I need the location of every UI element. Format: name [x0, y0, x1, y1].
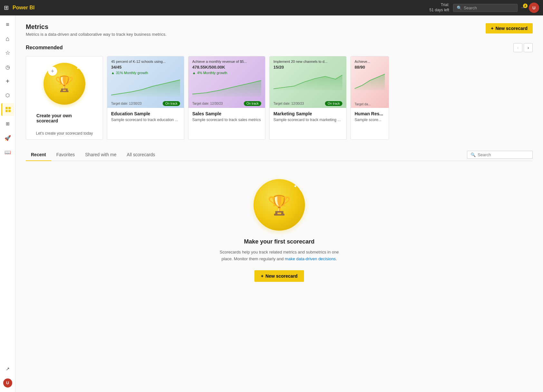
tab-all[interactable]: All scorecards — [122, 149, 160, 161]
tab-search-icon: 🔍 — [471, 152, 476, 157]
plus-icon-lg: + — [261, 273, 263, 279]
empty-state-new-scorecard-button[interactable]: + New scorecard — [254, 270, 304, 282]
marketing-status-badge: On track — [325, 101, 342, 106]
sales-preview: Achieve a monthly revenue of $5... 478.5… — [188, 56, 265, 108]
sidebar-item-home[interactable]: ⌂ — [1, 32, 14, 45]
recommended-title: Recommended — [26, 45, 63, 51]
sidebar-item-apps[interactable]: ⊞ — [1, 117, 14, 130]
education-status-badge: On track — [163, 101, 180, 106]
hr-scorecard-card[interactable]: Achieve... 88/90 — [350, 56, 389, 140]
hr-preview-text: Achieve... — [355, 60, 385, 63]
search-input[interactable] — [464, 5, 514, 10]
scorecards-grid: + ✦ ✦ 🏆 Create your own scorecard Let's … — [26, 56, 533, 140]
plus-circle-icon: + — [48, 67, 57, 76]
tab-favorites[interactable]: Favorites — [51, 149, 80, 161]
sparkle-med-icon-1: ✦ — [293, 184, 297, 189]
grid-icon[interactable]: ⊞ — [4, 4, 9, 11]
tab-search-wrap: 🔍 — [467, 151, 533, 159]
marketing-card-title: Marketing Sample — [270, 108, 346, 118]
hr-card-title: Human Res... — [351, 108, 389, 118]
empty-state-description: Scorecards help you track related metric… — [220, 249, 339, 263]
trophy-circle-medium: ✦ ✦ 🏆 — [253, 179, 305, 231]
sales-chart — [192, 77, 261, 97]
topbar: ⊞ Power BI Trial: 51 days left 🔍 ··· 2 U — [0, 0, 543, 15]
create-scorecard-card[interactable]: + ✦ ✦ 🏆 Create your own scorecard Let's … — [26, 56, 103, 140]
tab-search-input[interactable] — [478, 152, 529, 157]
sidebar-item-account[interactable]: U — [1, 377, 14, 389]
sidebar-item-favorites[interactable]: ☆ — [1, 46, 14, 59]
svg-rect-0 — [5, 107, 8, 109]
new-scorecard-button[interactable]: + New scorecard — [486, 23, 533, 33]
hr-preview-footer: Target da... — [351, 100, 389, 108]
sales-scorecard-card[interactable]: Achieve a monthly revenue of $5... 478.5… — [188, 56, 265, 140]
education-scorecard-card[interactable]: 45 percent of K-12 schools using... 34/4… — [107, 56, 184, 140]
marketing-preview: Implement 20 new channels to d... 15/20 — [270, 56, 346, 108]
search-bar[interactable]: 🔍 — [453, 4, 518, 12]
sidebar-item-workbook[interactable]: 📖 — [1, 146, 14, 158]
app-logo: Power BI — [13, 5, 34, 11]
sparkle-icon-2: ✦ — [81, 70, 83, 73]
empty-state: ✦ ✦ 🏆 Make your first scorecard Scorecar… — [26, 169, 533, 292]
tab-search-bar[interactable]: 🔍 — [467, 151, 533, 159]
hr-preview: Achieve... 88/90 — [351, 56, 389, 108]
sidebar-item-metrics[interactable] — [1, 103, 14, 116]
trophy-icon-med: 🏆 — [267, 194, 291, 216]
education-growth: ▲ 31% Monthly growth — [111, 71, 180, 75]
marketing-scorecard-card[interactable]: Implement 20 new channels to d... 15/20 — [269, 56, 347, 140]
sales-growth: ▲ 4% Monthly growth — [192, 71, 261, 75]
sales-counter: 478.55K/500.00K — [192, 65, 261, 70]
sidebar-item-create[interactable]: + — [1, 75, 14, 88]
trial-info: Trial: 51 days left — [429, 3, 449, 13]
content-area: Metrics Metrics is a data-driven and col… — [15, 15, 543, 392]
hr-preview-content: Achieve... 88/90 — [351, 56, 389, 95]
marketing-preview-text: Implement 20 new channels to d... — [273, 60, 342, 63]
hr-chart — [355, 71, 385, 90]
sidebar-item-menu[interactable]: ≡ — [1, 18, 14, 31]
metrics-icon — [5, 106, 11, 113]
sidebar-item-datahub[interactable]: ⬡ — [1, 89, 14, 102]
search-icon: 🔍 — [457, 5, 462, 10]
topbar-icons: ··· 2 U — [521, 3, 539, 13]
metrics-title-block: Metrics Metrics is a data-driven and col… — [26, 23, 167, 37]
notification-badge: 2 — [523, 4, 528, 8]
sidebar-item-external[interactable]: ↗ — [1, 362, 14, 375]
education-counter: 34/45 — [111, 65, 180, 70]
nav-arrows: ‹ › — [513, 43, 533, 52]
sales-card-subtitle: Sample scorecard to track sales metrics — [188, 118, 265, 126]
create-card-content: + ✦ ✦ 🏆 Create your own scorecard — [26, 56, 103, 131]
page-subtitle: Metrics is a data-driven and collaborati… — [26, 32, 167, 37]
trophy-circle: + ✦ ✦ 🏆 — [43, 63, 85, 105]
tab-recent[interactable]: Recent — [26, 149, 51, 161]
education-chart — [111, 77, 180, 97]
education-card-subtitle: Sample scorecard to track education ... — [107, 118, 184, 126]
hr-counter: 88/90 — [355, 65, 385, 70]
svg-rect-2 — [5, 110, 8, 112]
sidebar-item-learn[interactable]: 🚀 — [1, 131, 14, 144]
growth-arrow-icon: ▲ — [192, 71, 196, 75]
create-card-title: Create your own scorecard — [33, 110, 96, 125]
make-data-link[interactable]: make data-driven decisions — [285, 256, 336, 261]
sales-card-title: Sales Sample — [188, 108, 265, 118]
education-preview-footer: Target date: 12/30/23 On track — [107, 99, 184, 108]
new-scorecard-label: New scorecard — [495, 26, 528, 31]
avatar[interactable]: U — [529, 3, 539, 13]
marketing-preview-content: Implement 20 new channels to d... 15/20 — [270, 56, 346, 95]
marketing-preview-footer: Target date: 12/30/23 On track — [270, 99, 346, 108]
empty-state-title: Make your first scorecard — [244, 238, 314, 245]
education-preview-content: 45 percent of K-12 schools using... 34/4… — [107, 56, 184, 101]
nav-next-button[interactable]: › — [524, 43, 533, 52]
empty-state-btn-label: New scorecard — [265, 273, 298, 279]
sales-preview-content: Achieve a monthly revenue of $5... 478.5… — [188, 56, 265, 101]
nav-prev-button[interactable]: ‹ — [513, 43, 522, 52]
notification-bell[interactable]: ··· 2 — [521, 5, 526, 11]
sparkle-icon-1: ✦ — [76, 66, 80, 71]
marketing-card-subtitle: Sample scorecard to track marketing ... — [270, 118, 346, 126]
recommended-section-header: Recommended ‹ › — [26, 43, 533, 52]
tab-shared[interactable]: Shared with me — [80, 149, 121, 161]
marketing-chart — [273, 71, 342, 90]
sidebar-item-recent[interactable]: ◷ — [1, 61, 14, 73]
svg-rect-3 — [8, 110, 11, 112]
marketing-counter: 15/20 — [273, 65, 342, 70]
trophy-icon: 🏆 — [55, 75, 74, 93]
sales-status-badge: On track — [244, 101, 261, 106]
